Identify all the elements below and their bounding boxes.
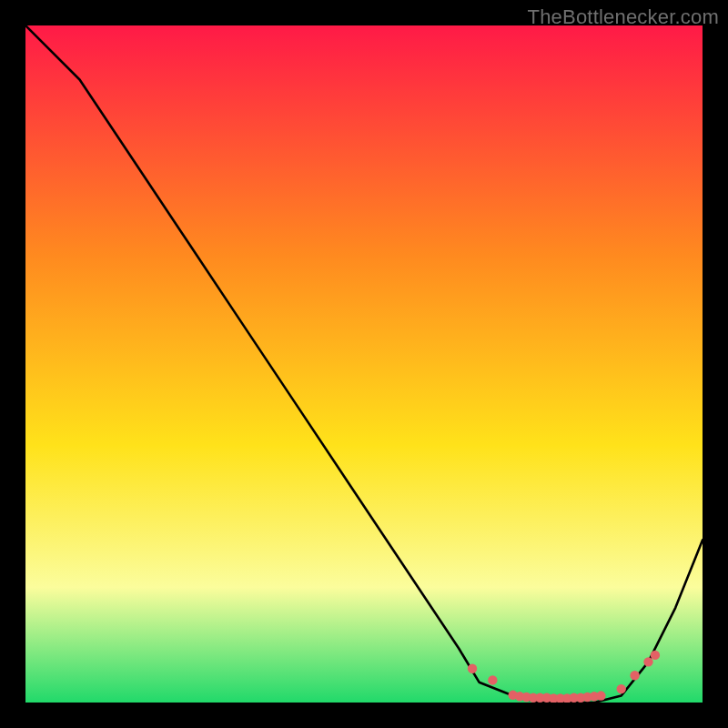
watermark-text: TheBottlenecker.com (528, 5, 719, 29)
marker-dot (468, 664, 477, 673)
marker-dot (643, 657, 652, 666)
marker-dot (488, 675, 497, 684)
marker-dot (651, 651, 660, 660)
chart-frame (25, 25, 703, 703)
marker-dot (596, 691, 605, 700)
bottleneck-chart (25, 25, 703, 703)
gradient-background (25, 25, 703, 703)
marker-dot (630, 671, 639, 680)
marker-dot (617, 684, 626, 693)
